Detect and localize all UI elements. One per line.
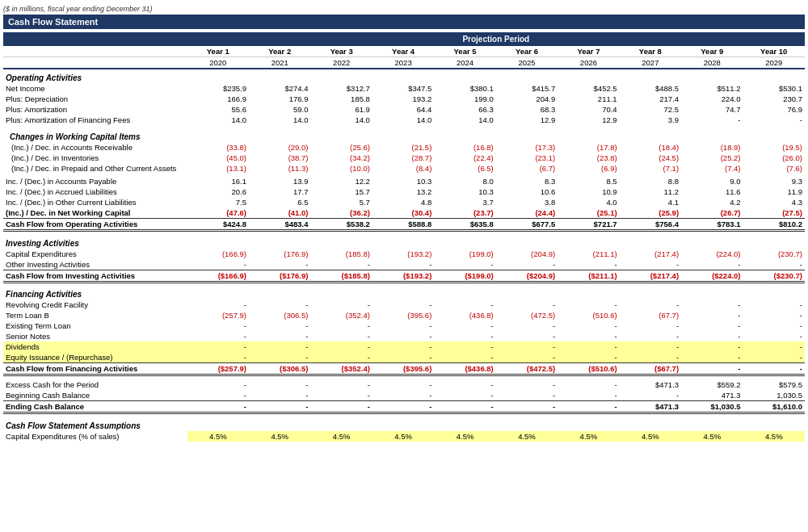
invcf-y1: ($166.9) bbox=[187, 270, 249, 282]
invcf-y8: ($217.4) bbox=[620, 270, 681, 282]
amortization-label: Plus: Amortization bbox=[3, 104, 187, 115]
net-income-row: Net Income $235.9 $274.4 $312.7 $347.5 $… bbox=[3, 83, 805, 94]
amort-y7: 70.4 bbox=[558, 104, 619, 115]
inv-y6: (23.1) bbox=[496, 153, 558, 163]
eq-y7: - bbox=[558, 352, 619, 363]
op-y7: $721.7 bbox=[558, 219, 619, 231]
op-y10: $810.2 bbox=[743, 219, 805, 231]
inv-y4: (28.7) bbox=[372, 153, 434, 163]
excess-cash-row: Excess Cash for the Period - - - - - - -… bbox=[3, 379, 805, 390]
oi-y3: - bbox=[310, 259, 372, 270]
oi-y9: - bbox=[681, 259, 743, 270]
nwc-y8: (25.9) bbox=[620, 207, 681, 219]
inv-y2: (38.7) bbox=[249, 153, 310, 163]
cash-flow-table: Projection Period Year 1 Year 2 Year 3 Y… bbox=[3, 32, 805, 442]
net-income-y6: $415.7 bbox=[496, 83, 558, 94]
nwc-y9: (26.7) bbox=[681, 207, 743, 219]
capex-y10: (230.7) bbox=[743, 249, 805, 259]
other-inv-label: Other Investing Activities bbox=[3, 259, 187, 270]
ar-y3: (25.6) bbox=[310, 142, 372, 153]
other-cl-row: Inc. / (Dec.) in Other Current Liabiliti… bbox=[3, 197, 805, 207]
yr10-num: 2029 bbox=[743, 57, 805, 69]
revolver-label: Revolving Credit Facility bbox=[3, 300, 187, 310]
yr7-label: Year 7 bbox=[558, 46, 619, 57]
year-label-empty bbox=[3, 46, 187, 57]
div-y7: - bbox=[558, 341, 619, 352]
div-y8: - bbox=[620, 341, 681, 352]
inv-section-header: Investing Activities bbox=[3, 235, 187, 249]
yr3-label: Year 3 bbox=[310, 46, 372, 57]
fincf-y4: ($395.6) bbox=[372, 363, 434, 375]
pre-y3: (10.0) bbox=[310, 163, 372, 174]
yr1-num: 2020 bbox=[187, 57, 249, 69]
amort-y3: 61.9 bbox=[310, 104, 372, 115]
wc-header-row: Changes in Working Capital Items bbox=[3, 128, 805, 142]
rev-y6: - bbox=[496, 300, 558, 310]
beg-y1: - bbox=[187, 390, 249, 401]
exc-y7: - bbox=[558, 379, 619, 390]
fincf-y5: ($436.8) bbox=[434, 363, 495, 375]
op-total-label: Cash Flow from Operating Activities bbox=[3, 219, 187, 231]
assumptions-spacer bbox=[3, 413, 805, 418]
beg-y8: - bbox=[620, 390, 681, 401]
sn-y1: - bbox=[187, 331, 249, 341]
dividends-row: Dividends - - - - - - - - - - bbox=[3, 341, 805, 352]
acc-y7: 10.9 bbox=[558, 186, 619, 197]
amort-y10: 76.9 bbox=[743, 104, 805, 115]
exc-y10: $579.5 bbox=[743, 379, 805, 390]
eq-y8: - bbox=[620, 352, 681, 363]
beg-y2: - bbox=[249, 390, 310, 401]
fincf-y10: - bbox=[743, 363, 805, 375]
nwc-y3: (36.2) bbox=[310, 207, 372, 219]
yr4-num: 2023 bbox=[372, 57, 434, 69]
net-income-y7: $452.5 bbox=[558, 83, 619, 94]
dep-y6: 204.9 bbox=[496, 94, 558, 104]
senior-notes-label: Senior Notes bbox=[3, 331, 187, 341]
etl-y4: - bbox=[372, 320, 434, 331]
pre-y2: (11.3) bbox=[249, 163, 310, 174]
rev-y10: - bbox=[743, 300, 805, 310]
accrued-label: Inc. / (Dec.) in Accrued Liabilities bbox=[3, 186, 187, 197]
exc-y1: - bbox=[187, 379, 249, 390]
invcf-y2: ($176.9) bbox=[249, 270, 310, 282]
exc-y5: - bbox=[434, 379, 495, 390]
operating-header: Operating Activities bbox=[3, 69, 187, 83]
sn-y3: - bbox=[310, 331, 372, 341]
net-income-y3: $312.7 bbox=[310, 83, 372, 94]
invcf-y10: ($230.7) bbox=[743, 270, 805, 282]
op-y4: $588.8 bbox=[372, 219, 434, 231]
div-y9: - bbox=[681, 341, 743, 352]
other-inv-row: Other Investing Activities - - - - - - -… bbox=[3, 259, 805, 270]
fincf-y3: ($352.4) bbox=[310, 363, 372, 375]
acc-y5: 10.3 bbox=[434, 186, 495, 197]
eq-y3: - bbox=[310, 352, 372, 363]
amf-y5: 14.0 bbox=[434, 115, 495, 125]
beg-y4: - bbox=[372, 390, 434, 401]
projection-label: Projection Period bbox=[187, 32, 805, 46]
rev-y1: - bbox=[187, 300, 249, 310]
end-y8: $471.3 bbox=[620, 400, 681, 413]
oi-y1: - bbox=[187, 259, 249, 270]
eq-y6: - bbox=[496, 352, 558, 363]
rev-y5: - bbox=[434, 300, 495, 310]
inv-y10: (26.0) bbox=[743, 153, 805, 163]
end-y5: - bbox=[434, 400, 495, 413]
ocl-y4: 4.8 bbox=[372, 197, 434, 207]
ar-y7: (17.8) bbox=[558, 142, 619, 153]
main-title: Cash Flow Statement bbox=[3, 15, 805, 29]
fin-header-row: Financing Activities bbox=[3, 286, 805, 300]
prepaid-label: (Inc.) / Dec. in Prepaid and Other Curre… bbox=[3, 163, 187, 174]
sn-y2: - bbox=[249, 331, 310, 341]
amort-y9: 74.7 bbox=[681, 104, 743, 115]
amort-financing-label: Plus: Amortization of Financing Fees bbox=[3, 115, 187, 125]
rev-y8: - bbox=[620, 300, 681, 310]
cpct-y10: 4.5% bbox=[743, 431, 805, 442]
exc-y3: - bbox=[310, 379, 372, 390]
oi-y7: - bbox=[558, 259, 619, 270]
amf-y9: - bbox=[681, 115, 743, 125]
oi-y2: - bbox=[249, 259, 310, 270]
ocl-y8: 4.1 bbox=[620, 197, 681, 207]
dep-y8: 217.4 bbox=[620, 94, 681, 104]
ocl-y5: 3.7 bbox=[434, 197, 495, 207]
inv-y5: (22.4) bbox=[434, 153, 495, 163]
